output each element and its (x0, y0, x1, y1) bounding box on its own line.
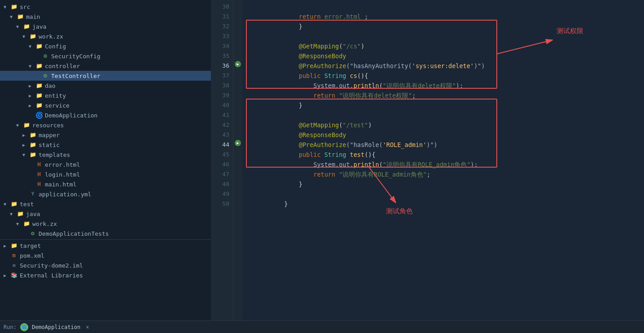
tree-item-static[interactable]: 📁 static (0, 140, 211, 150)
tree-item-entity[interactable]: 📁 entity (0, 91, 211, 100)
folder-icon-workzx: 📁 (29, 32, 37, 40)
file-tree: 📁 src 📁 main 📁 java 📁 work.zx 📁 Config (0, 0, 211, 320)
tree-item-target[interactable]: 📁 target (0, 241, 211, 251)
arrow-resources (16, 123, 22, 128)
tree-item-templates[interactable]: 📁 templates (0, 150, 211, 160)
tree-item-demoapplication[interactable]: 🌀 DemoApplication (0, 110, 211, 120)
arrow-static (22, 143, 29, 147)
code-line-48 (248, 179, 644, 189)
label-error-html: error.html (45, 161, 80, 168)
code-line-33: @GetMapping("/cs") (248, 31, 644, 41)
gutter-32 (233, 20, 242, 30)
line-num-40: 40 (213, 100, 229, 110)
tree-item-error-html[interactable]: H error.html (0, 160, 211, 169)
code-container[interactable]: 30 31 32 33 34 35 36 37 38 39 40 41 42 4… (211, 0, 644, 320)
tree-item-main-html[interactable]: H main.html (0, 179, 211, 189)
label-java: java (32, 23, 46, 30)
tree-item-test-workzx[interactable]: 📁 work.zx (0, 219, 211, 229)
arrow-controller (29, 64, 35, 69)
annotation-text-1: 测试权限 (556, 26, 583, 36)
gutter-40 (233, 99, 242, 108)
tree-item-application-yml[interactable]: Y application.yml (0, 189, 211, 199)
code-line-42: @ResponseBody (248, 120, 644, 130)
label-resources: resources (32, 122, 64, 129)
tree-item-testcontroller[interactable]: ⚙ TestController (0, 71, 211, 81)
tree-item-workzx[interactable]: 📁 work.zx (0, 31, 211, 41)
tree-item-pom-xml[interactable]: m pom.xml (0, 251, 211, 260)
gutter-44: ▶ (233, 138, 242, 148)
tree-item-test[interactable]: 📁 test (0, 199, 211, 209)
line-num-42: 42 (213, 120, 229, 130)
code-line-45: System.out.println("说明你具有ROLE_admin角色"); (248, 150, 644, 160)
gutter-49 (233, 187, 242, 197)
springboot-icon-testcontroller: ⚙ (41, 72, 49, 80)
tree-item-external-libraries[interactable]: 📚 External Libraries (0, 270, 211, 280)
tree-item-service[interactable]: 📁 service (0, 100, 211, 110)
tree-item-config[interactable]: 📁 Config (0, 41, 211, 51)
arrow-test-java (10, 212, 16, 216)
label-templates: templates (39, 151, 70, 158)
sidebar-divider (0, 239, 211, 240)
annotation-text-2: 测试角色 (386, 206, 413, 216)
run-close-btn[interactable]: × (86, 324, 89, 330)
tree-item-securityconfig[interactable]: ⚙ SecurityConfig (0, 51, 211, 61)
line-num-38: 38 (213, 81, 229, 91)
code-lines: return error.html ; } @GetMapping("/cs")… (242, 0, 644, 320)
code-line-41: @GetMapping("/test") (248, 110, 644, 120)
tree-item-iml[interactable]: ≡ Security-dome2.iml (0, 260, 211, 270)
tree-item-java[interactable]: 📁 java (0, 22, 211, 31)
main-area: 📁 src 📁 main 📁 java 📁 work.zx 📁 Config (0, 0, 644, 320)
code-line-32 (248, 22, 644, 31)
gutter-47 (233, 168, 242, 177)
run-arrow-36: ▶ (237, 62, 239, 66)
gutter-37 (233, 69, 242, 79)
run-bar: Run: 🌀 DemoApplication × (0, 320, 644, 333)
tree-item-login-html[interactable]: H login.html (0, 169, 211, 179)
arrow-test-workzx (16, 221, 22, 226)
tree-item-demoapplicationtests[interactable]: ⚙ DemoApplicationTests (0, 229, 211, 238)
gutter-31 (233, 10, 242, 20)
gutter-48 (233, 177, 242, 187)
yaml-icon: Y (29, 190, 37, 198)
run-arrow-44: ▶ (237, 141, 239, 145)
tree-item-test-java[interactable]: 📁 java (0, 209, 211, 219)
code-line-43: @PreAuthorize("hasRole('ROLE_admin')") (248, 130, 644, 140)
line-num-37: 37 (213, 71, 229, 81)
tree-item-dao[interactable]: 📁 dao (0, 81, 211, 91)
gutter-34 (233, 39, 242, 49)
label-iml: Security-dome2.iml (20, 262, 83, 269)
arrow-external-libraries (4, 273, 10, 278)
label-dao: dao (45, 82, 55, 89)
run-icon[interactable]: 🌀 (20, 323, 28, 331)
line-num-34: 34 (213, 41, 229, 51)
line-num-36: 36 (213, 61, 229, 71)
label-external-libraries: External Libraries (20, 272, 83, 279)
label-config: Config (45, 43, 66, 50)
label-testcontroller: TestController (51, 73, 101, 79)
line-num-32: 32 (213, 22, 229, 31)
gutter-50 (233, 197, 242, 207)
code-line-44: public String test(){ (248, 140, 644, 150)
tree-item-src[interactable]: 📁 src (0, 2, 211, 12)
code-line-46: return "说明你具有ROLE_admin角色"; (248, 160, 644, 169)
run-gutter-icon-36[interactable]: ▶ (235, 61, 241, 67)
label-test: test (20, 201, 34, 208)
arrow-workzx (22, 34, 29, 39)
run-gutter-icon-44[interactable]: ▶ (235, 140, 241, 146)
iml-icon: ≡ (10, 261, 18, 269)
tree-item-controller[interactable]: 📁 controller (0, 61, 211, 71)
tree-item-main[interactable]: 📁 main (0, 12, 211, 22)
folder-icon-mapper: 📁 (29, 131, 37, 139)
folder-icon-dao: 📁 (35, 82, 43, 90)
tree-item-resources[interactable]: 📁 resources (0, 120, 211, 130)
gutter-33 (233, 30, 242, 39)
folder-icon-resources: 📁 (22, 121, 31, 129)
arrow-test (4, 202, 10, 207)
line-num-44: 44 (213, 140, 229, 150)
folder-icon-test-java: 📁 (16, 210, 24, 218)
label-login-html: login.html (45, 171, 80, 178)
line-num-31: 31 (213, 12, 229, 22)
code-line-35: @PreAuthorize("hasAnyAuthority('sys:user… (248, 51, 644, 61)
gutter-30 (233, 0, 242, 10)
tree-item-mapper[interactable]: 📁 mapper (0, 130, 211, 140)
